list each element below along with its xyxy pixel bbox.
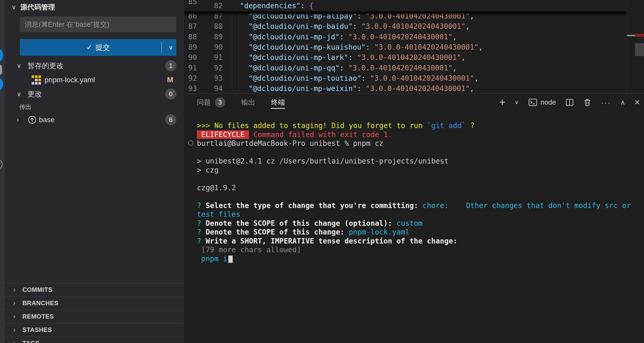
terminal-line: > unibest@2.4.1 cz /Users/burtlai/unibes… xyxy=(197,157,644,166)
activity-badge-icon[interactable] xyxy=(0,76,3,92)
terminal-icon xyxy=(528,98,537,107)
terminal-list-item[interactable]: node xyxy=(528,98,556,107)
pnpm-file-icon xyxy=(32,75,41,85)
staged-file-row[interactable]: pnpm-lock.yaml M xyxy=(5,73,184,87)
terminal-line: test files xyxy=(197,210,644,219)
diff-line: 9192 "@dcloudio/uni-mp-qq": "3.0.0-40104… xyxy=(184,63,457,73)
terminal-line: ? Denote the SCOPE of this change (optio… xyxy=(197,219,644,228)
sidebar-section-remotes[interactable]: ›REMOTES xyxy=(5,310,184,323)
changes-section[interactable]: ∨ 更改 0 xyxy=(5,87,184,101)
outgoing-commits-icon xyxy=(28,115,37,124)
outgoing-header: 传出 xyxy=(5,102,184,112)
diff-line: 9091 "@dcloudio/uni-mp-lark": "3.0.0-401… xyxy=(184,52,465,63)
maximize-panel-button[interactable]: ∧ xyxy=(620,98,625,106)
commit-dropdown-button[interactable]: ∨ xyxy=(168,39,173,56)
sidebar-section-commits[interactable]: ›COMMITS xyxy=(5,283,184,296)
sidebar-title: 源代码管理 xyxy=(20,3,55,12)
terminal-line: [79 more chars allowed] xyxy=(197,246,644,255)
close-panel-button[interactable]: × xyxy=(634,97,640,108)
section-label: TAGS xyxy=(22,340,40,343)
activity-item-icon[interactable] xyxy=(0,65,2,75)
editor-scrollbar-thumb[interactable] xyxy=(635,43,644,56)
diff-editor[interactable]: 85 82 "dependencies": { 8687 "@dcloudio/… xyxy=(184,0,644,93)
terminal-item-label: node xyxy=(541,98,556,106)
section-label: COMMITS xyxy=(22,286,53,293)
diff-line: 8889 "@dcloudio/uni-mp-jd": "3.0.0-40104… xyxy=(184,32,457,42)
staged-changes-section[interactable]: ∨ 暂存的更改 1 xyxy=(5,59,184,73)
sidebar-header[interactable]: ∨ 源代码管理 xyxy=(5,2,55,12)
more-actions-button[interactable]: ··· xyxy=(601,97,611,107)
sidebar-section-tags[interactable]: ›TAGS xyxy=(5,336,184,343)
sidebar-section-branches[interactable]: ›BRANCHES xyxy=(5,296,184,310)
kill-terminal-button[interactable] xyxy=(583,98,591,107)
terminal-content[interactable]: >>> No files added to staging! Did you f… xyxy=(184,111,644,343)
chevron-right-icon: › xyxy=(13,339,22,343)
chevron-right-icon: › xyxy=(13,326,22,334)
staged-count-badge: 1 xyxy=(165,60,176,71)
terminal-line: ? Select the type of change that you're … xyxy=(197,201,644,210)
tab-label: 输出 xyxy=(241,98,255,107)
terminal-line: ? Denote the SCOPE of this change: pnpm-… xyxy=(197,228,644,237)
chevron-right-icon: › xyxy=(13,299,22,307)
panel-tab-终端[interactable]: 终端 xyxy=(271,94,285,111)
problems-count-badge: 3 xyxy=(215,97,225,107)
tab-label: 终端 xyxy=(271,98,285,107)
outgoing-label: 传出 xyxy=(19,103,32,111)
commit-message-input[interactable] xyxy=(20,16,176,32)
sidebar-bottom-sections: ›COMMITS›BRANCHES›REMOTES›STASHES›TAGS xyxy=(5,283,184,343)
git-modified-badge: M xyxy=(167,76,173,84)
section-label: STASHES xyxy=(22,326,52,333)
terminal-line: > czg xyxy=(197,166,644,175)
terminal-line: burtlai@BurtdeMacBook-Pro unibest % pnpm… xyxy=(197,139,644,148)
bottom-panel: 问题3输出终端 + ∨ node xyxy=(184,93,644,343)
panel-actions: + ∨ node xyxy=(499,94,640,111)
new-terminal-button[interactable]: + xyxy=(499,96,506,109)
chevron-right-icon: › xyxy=(13,312,22,320)
vscode-window: › ∨ 源代码管理 ✓ 提交 ∨ ∨ 暂存的更改 1 pnpm-lock.ya xyxy=(0,0,644,343)
terminal-profile-dropdown[interactable]: ∨ xyxy=(515,99,519,106)
terminal-line: pnpm i xyxy=(197,255,644,264)
commit-button[interactable]: ✓ 提交 ∨ xyxy=(20,39,176,56)
changes-count-badge: 0 xyxy=(165,88,176,100)
chevron-down-icon: ∨ xyxy=(17,91,24,98)
terminal-line xyxy=(197,175,644,184)
terminal-line xyxy=(197,148,644,157)
command-decoration-icon[interactable] xyxy=(188,140,193,146)
section-label: BRANCHES xyxy=(22,300,58,307)
terminal-line: >>> No files added to staging! Did you f… xyxy=(197,121,644,130)
diff-line: 9394 "@dcloudio/uni-mp-weixin": "3.0.0-4… xyxy=(184,83,474,93)
clipped-line-number: 85 xyxy=(184,0,197,7)
scrollbar-gutter-line xyxy=(626,0,627,93)
staged-file-name: pnpm-lock.yaml xyxy=(45,76,95,84)
split-terminal-button[interactable] xyxy=(565,98,574,107)
chevron-right-icon: › xyxy=(17,116,24,123)
panel-tab-输出[interactable]: 输出 xyxy=(241,94,255,111)
outgoing-branch-row[interactable]: › base 6 xyxy=(5,113,184,127)
outgoing-count-badge: 6 xyxy=(165,114,176,125)
overview-ruler-error-mark xyxy=(635,34,644,37)
activity-bar: › xyxy=(0,0,5,343)
terminal-line xyxy=(197,192,644,201)
sticky-code-line: 82 "dependencies": { xyxy=(184,1,314,11)
terminal-line: ? Write a SHORT, IMPERATIVE tense descri… xyxy=(197,237,644,246)
section-label: REMOTES xyxy=(22,313,54,320)
branch-name: base xyxy=(39,116,55,124)
commit-button-label: 提交 xyxy=(95,43,110,52)
sidebar-section-stashes[interactable]: ›STASHES xyxy=(5,323,184,336)
terminal-cursor xyxy=(228,256,233,263)
staged-changes-label: 暂存的更改 xyxy=(28,61,64,71)
panel-tab-问题[interactable]: 问题3 xyxy=(197,94,225,111)
diff-line: 8990 "@dcloudio/uni-mp-kuaishou": "3.0.0… xyxy=(184,42,483,52)
chevron-down-icon: ∨ xyxy=(17,62,24,69)
diff-line: 8788 "@dcloudio/uni-mp-baidu": "3.0.0-40… xyxy=(184,21,470,32)
chevron-down-icon: ∨ xyxy=(12,4,20,11)
collapsed-region-bar[interactable] xyxy=(184,11,626,14)
panel-header: 问题3输出终端 + ∨ node xyxy=(184,94,644,111)
activity-badge-icon[interactable] xyxy=(0,47,3,63)
chevron-right-icon: › xyxy=(13,286,22,294)
terminal-line: ELIFECYCLE Command failed with exit code… xyxy=(197,130,644,139)
terminal-line: czg@1.9.2 xyxy=(197,184,644,193)
check-icon: ✓ xyxy=(86,43,92,52)
tab-label: 问题 xyxy=(197,98,211,107)
changes-label: 更改 xyxy=(28,89,42,99)
